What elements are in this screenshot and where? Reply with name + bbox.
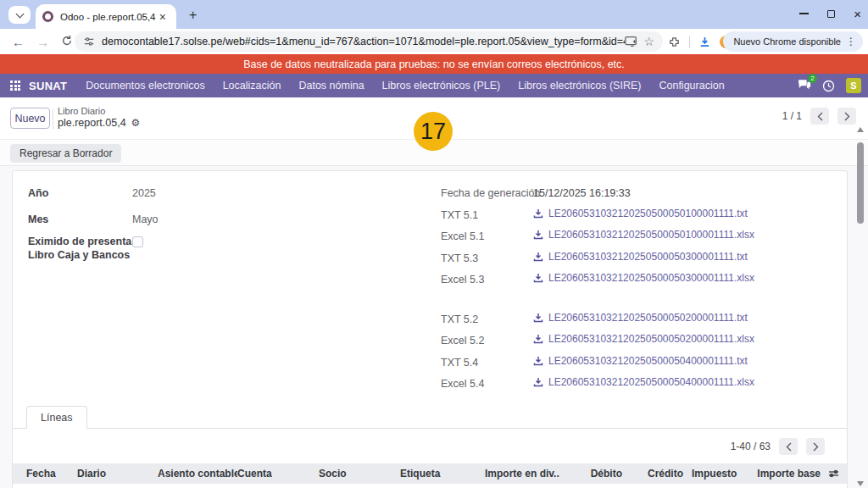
tab-title: Odoo - ple.report.05,4 (60, 12, 156, 22)
back-to-draft-button[interactable]: Regresar a Borrador (10, 144, 121, 163)
pager-next-button[interactable] (837, 108, 856, 125)
year-value[interactable]: 2025 (132, 187, 156, 199)
generation-date-value: 15/12/2025 16:19:33 (533, 187, 631, 199)
reload-icon[interactable] (61, 35, 73, 49)
file-label: Excel 5.2 (441, 335, 484, 347)
column-header-cuenta[interactable]: Cuenta (237, 468, 319, 480)
browser-tabstrip: Odoo - ple.report.05,4 × + × (0, 0, 868, 29)
menu-libros-ple[interactable]: Libros electrónicos (PLE) (382, 80, 501, 92)
notebook-divider (13, 428, 847, 429)
annotation-number: 17 (420, 119, 446, 145)
scrollbar-up-icon[interactable] (857, 127, 864, 132)
column-header-importe-base[interactable]: Importe base (743, 468, 821, 480)
window-close-icon[interactable]: × (854, 8, 861, 20)
browser-menu-icon[interactable]: ⋮ (846, 36, 856, 47)
scrollbar[interactable] (855, 125, 866, 488)
column-header-asiento-contable[interactable]: Asiento contable (158, 468, 237, 480)
list-pager-next-button[interactable] (806, 438, 825, 455)
column-header-credito[interactable]: Crédito (622, 468, 683, 480)
file-label: TXT 5.4 (441, 357, 478, 369)
record-pager-count: 1 / 1 (782, 110, 802, 122)
scrollbar-thumb[interactable] (857, 142, 864, 224)
app-brand[interactable]: SUNAT (29, 80, 67, 92)
tab-lineas[interactable]: Líneas (26, 406, 87, 429)
extensions-icon[interactable] (668, 36, 681, 48)
column-header-etiqueta[interactable]: Etiqueta (400, 468, 485, 480)
file-link[interactable]: LE2060531032120250500050200001111.xlsx (548, 333, 754, 345)
download-icon[interactable] (533, 230, 543, 240)
file-link[interactable]: LE2060531032120250500050100001111.xlsx (548, 229, 754, 241)
toolbar-separator (689, 36, 690, 48)
file-label: TXT 5.1 (441, 209, 478, 221)
file-link[interactable]: LE2060531032120250500050300001111.xlsx (548, 272, 754, 284)
download-icon[interactable] (533, 273, 543, 283)
file-row: LE2060531032120250500050400001111.txt (533, 355, 748, 367)
bookmark-star-icon[interactable]: ☆ (643, 35, 654, 48)
messages-button[interactable]: 2 (798, 78, 811, 93)
optional-columns-icon[interactable] (821, 469, 846, 479)
file-label: Excel 5.3 (441, 274, 484, 286)
activities-clock-icon[interactable] (822, 80, 835, 92)
file-row: LE2060531032120250500050400001111.xlsx (533, 376, 754, 388)
scrollbar-down-icon[interactable] (857, 481, 864, 486)
odoo-favicon-icon (42, 11, 53, 22)
file-row: LE2060531032120250500050100001111.xlsx (533, 229, 754, 241)
column-header-fecha[interactable]: Fecha (26, 468, 77, 480)
browser-toolbar: ← → democontable17.solse.pe/web#cids=1&m… (0, 29, 868, 54)
window-maximize-icon[interactable] (827, 10, 835, 18)
annotation-marker-17: 17 (414, 112, 453, 151)
download-icon[interactable] (533, 313, 543, 323)
menu-datos-nomina[interactable]: Datos nómina (298, 80, 364, 92)
file-link[interactable]: LE2060531032120250500050300001111.txt (548, 251, 748, 263)
column-header-debito[interactable]: Débito (559, 468, 622, 480)
form-sheet: Año 2025 Mes Mayo Eximido de presenta Li… (12, 170, 848, 488)
column-header-socio[interactable]: Socio (319, 468, 400, 480)
url-bar[interactable]: democontable17.solse.pe/web#cids=1&menu_… (75, 31, 663, 52)
window-minimize-icon[interactable] (799, 13, 809, 14)
download-icon[interactable] (533, 377, 543, 387)
downloads-icon[interactable] (698, 36, 711, 48)
breadcrumb-current: ple.report.05,4 (58, 117, 126, 129)
file-link[interactable]: LE2060531032120250500050400001111.xlsx (548, 376, 754, 388)
file-link[interactable]: LE2060531032120250500050400001111.txt (548, 355, 748, 367)
menu-libros-sire[interactable]: Libros electrónicos (SIRE) (518, 80, 641, 92)
column-header-importe-divisa[interactable]: Importe en div... (485, 468, 559, 480)
apps-grid-icon[interactable] (10, 80, 20, 91)
user-avatar[interactable]: S (846, 78, 861, 93)
column-header-impuesto[interactable]: Impuesto (683, 468, 743, 480)
back-icon[interactable]: ← (12, 35, 25, 49)
chrome-update-button[interactable]: Nuevo Chrome disponible ⋮ (723, 31, 863, 52)
browser-tab[interactable]: Odoo - ple.report.05,4 × (36, 4, 176, 29)
exempt-checkbox[interactable] (132, 236, 143, 247)
tab-search-button[interactable] (8, 6, 31, 24)
site-info-icon[interactable] (83, 36, 95, 47)
menu-documentos-electronicos[interactable]: Documentos electronicos (86, 80, 204, 92)
messages-badge: 2 (808, 74, 817, 83)
download-icon[interactable] (533, 356, 543, 366)
file-link[interactable]: LE2060531032120250500050100001111.txt (548, 208, 748, 219)
exempt-label-line2: Libro Caja y Bancos (28, 249, 130, 261)
month-value[interactable]: Mayo (132, 214, 159, 225)
menu-configuracion[interactable]: Configuracion (659, 80, 724, 92)
pager-previous-button[interactable] (810, 108, 829, 125)
list-pager: 1-40 / 63 (731, 438, 825, 455)
file-row: LE2060531032120250500050300001111.xlsx (533, 272, 754, 284)
file-label: Excel 5.4 (441, 378, 484, 390)
column-header-diario[interactable]: Diario (77, 468, 158, 480)
list-pager-previous-button[interactable] (779, 438, 798, 455)
download-icon[interactable] (533, 208, 543, 219)
gear-icon[interactable]: ⚙ (131, 117, 141, 129)
breadcrumb-parent[interactable]: Libro Diario (58, 106, 140, 116)
file-link[interactable]: LE2060531032120250500050200001111.txt (548, 312, 748, 324)
menu-localizacion[interactable]: Localización (223, 80, 281, 92)
cast-icon[interactable] (625, 36, 638, 47)
download-icon[interactable] (533, 252, 543, 262)
forward-icon[interactable]: → (36, 35, 49, 49)
file-row: LE2060531032120250500050200001111.txt (533, 312, 748, 324)
download-icon[interactable] (533, 334, 543, 344)
new-record-button[interactable]: Nuevo (10, 108, 50, 129)
tab-close-icon[interactable]: × (156, 9, 170, 25)
url-text: democontable17.solse.pe/web#cids=1&menu_… (102, 36, 625, 47)
file-row: LE2060531032120250500050300001111.txt (533, 251, 748, 263)
new-tab-button[interactable]: + (185, 7, 201, 24)
